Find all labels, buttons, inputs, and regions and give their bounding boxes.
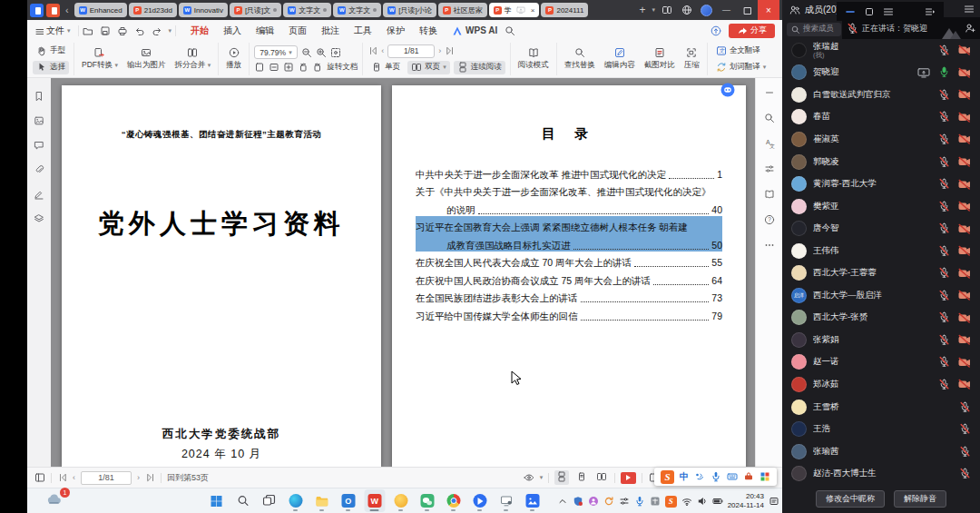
document-tab-7[interactable]: P社区居家 bbox=[438, 3, 487, 17]
sogou-icon[interactable]: S bbox=[661, 470, 674, 484]
view-double-icon[interactable] bbox=[594, 470, 609, 485]
first-page-button[interactable] bbox=[368, 45, 377, 56]
status-prev-page-button[interactable]: ‹ bbox=[73, 473, 75, 482]
read-mode-button[interactable]: 阅读模式 bbox=[515, 47, 552, 71]
meeting-restore-icon[interactable] bbox=[864, 6, 875, 17]
docer-icon[interactable] bbox=[46, 4, 60, 17]
ime-symbol-icon[interactable] bbox=[694, 471, 705, 482]
document-tab-3[interactable]: P[只读]文 bbox=[230, 3, 281, 17]
account-avatar[interactable] bbox=[698, 3, 715, 18]
zoom-value-dropdown[interactable]: 79.79%▾ bbox=[254, 45, 297, 59]
battery-icon[interactable] bbox=[712, 496, 723, 507]
eye-protect-icon[interactable] bbox=[524, 472, 534, 483]
pdf-convert-button[interactable]: PDF转换 ▾ bbox=[79, 47, 121, 71]
add-member-icon[interactable] bbox=[965, 23, 975, 34]
taskbar-app-capture[interactable] bbox=[495, 489, 516, 512]
member-row[interactable]: 黄润蓉-西北大学 bbox=[782, 173, 980, 195]
member-row[interactable]: 王浩 bbox=[782, 418, 980, 440]
change-nickname-button[interactable]: 修改会中昵称 bbox=[816, 490, 885, 508]
member-row[interactable]: 西北大学-张赟 bbox=[782, 307, 980, 330]
tab-close-icon[interactable]: × bbox=[530, 6, 535, 15]
ime-keyboard-icon[interactable] bbox=[727, 471, 738, 482]
member-row[interactable]: 张瑞超(我) bbox=[782, 39, 980, 62]
document-tab-5[interactable]: W文字文 bbox=[333, 3, 381, 17]
taskbar-app-app-yellow[interactable] bbox=[390, 489, 411, 512]
defender-icon[interactable] bbox=[573, 496, 583, 507]
thumbnail-icon[interactable] bbox=[34, 115, 44, 126]
taskbar-app-wps[interactable]: W bbox=[364, 489, 385, 512]
taskbar-app-taskview[interactable] bbox=[259, 489, 279, 512]
compress-button[interactable]: 压缩 bbox=[681, 47, 702, 71]
signature-icon[interactable] bbox=[34, 189, 44, 200]
taskbar-app-outlook[interactable]: O bbox=[338, 489, 358, 512]
member-row[interactable]: 春苗 bbox=[782, 106, 980, 129]
wps-home-icon[interactable] bbox=[30, 4, 44, 17]
unmute-button[interactable]: 解除静音 bbox=[894, 490, 946, 508]
select-tool-button[interactable]: 选择 bbox=[33, 61, 69, 74]
menu-item-批注[interactable]: 批注 bbox=[314, 25, 347, 37]
document-tab-2[interactable]: WInnovativ bbox=[179, 3, 228, 17]
document-tab-4[interactable]: W文字文 bbox=[283, 3, 331, 17]
document-tab-0[interactable]: WEnhanced bbox=[74, 3, 127, 17]
export-image-button[interactable]: 输出为图片 bbox=[124, 47, 169, 71]
member-search-input[interactable]: 搜索成员 bbox=[787, 23, 841, 36]
member-row[interactable]: 赵一诺 bbox=[782, 351, 980, 374]
next-page-button[interactable]: › bbox=[438, 46, 441, 55]
file-menu[interactable]: 文件▾ bbox=[34, 25, 71, 37]
menu-item-转换[interactable]: 转换 bbox=[412, 25, 445, 37]
member-row[interactable]: 唐今智 bbox=[782, 217, 980, 240]
tab-back-button[interactable]: ‹ bbox=[63, 5, 72, 15]
member-row[interactable]: 启洋西北大学—殷启洋 bbox=[782, 284, 980, 307]
panel-collapse-icon[interactable] bbox=[925, 6, 936, 17]
menu-item-开始[interactable]: 开始 bbox=[183, 25, 216, 37]
member-row[interactable]: 张紫娟 bbox=[782, 329, 980, 351]
menu-item-插入[interactable]: 插入 bbox=[216, 25, 249, 37]
full-translate-button[interactable]: 文全文翻译 bbox=[712, 44, 770, 58]
search-icon[interactable] bbox=[764, 113, 775, 123]
menu-item-工具[interactable]: 工具 bbox=[347, 25, 379, 37]
settings-icon[interactable] bbox=[764, 163, 775, 174]
cloud-sync-tray-icon[interactable]: 1 bbox=[45, 491, 67, 511]
reading-icon[interactable] bbox=[764, 189, 775, 200]
document-tab-9[interactable]: P2024111 bbox=[541, 3, 588, 17]
status-first-page-button[interactable] bbox=[57, 472, 67, 483]
double-page-button[interactable]: 双页▾ bbox=[407, 61, 450, 74]
last-page-button[interactable] bbox=[445, 45, 455, 56]
save-icon[interactable] bbox=[100, 25, 111, 36]
undo-icon[interactable] bbox=[134, 25, 145, 36]
rotate-right-icon[interactable] bbox=[312, 62, 323, 73]
page-number-input[interactable]: 1/81 bbox=[387, 44, 435, 58]
share-button[interactable]: 分享 bbox=[729, 24, 775, 38]
wps-ai-float-button[interactable] bbox=[720, 83, 735, 97]
upload-cloud-icon[interactable] bbox=[710, 25, 721, 36]
rotate-left-icon[interactable] bbox=[298, 62, 309, 73]
status-last-page-button[interactable] bbox=[145, 472, 155, 483]
tab-list-caret[interactable]: ▾ bbox=[652, 6, 655, 14]
member-row[interactable]: 崔淑英 bbox=[782, 128, 980, 151]
member-row[interactable]: 郑冰茹 bbox=[782, 373, 980, 396]
member-row[interactable]: 王雪桥 bbox=[782, 396, 980, 419]
stamp-icon[interactable] bbox=[34, 213, 44, 224]
attachment-icon[interactable] bbox=[34, 164, 44, 175]
help-icon[interactable]: ? bbox=[764, 214, 775, 225]
globe-icon[interactable] bbox=[678, 3, 695, 18]
tray-expand-icon[interactable] bbox=[557, 496, 568, 507]
taskbar-app-edge[interactable] bbox=[285, 489, 306, 512]
hand-tool-button[interactable]: 手型 bbox=[33, 44, 69, 58]
split-merge-button[interactable]: 拆分合并 ▾ bbox=[172, 47, 213, 71]
redo-icon[interactable] bbox=[152, 25, 162, 36]
screenshot-compare-button[interactable]: 截图对比 bbox=[642, 47, 678, 71]
quick-access-caret[interactable]: ▾ bbox=[169, 27, 172, 35]
zoom-out-icon[interactable] bbox=[301, 47, 312, 58]
window-maximize-button[interactable] bbox=[738, 3, 755, 18]
taskbar-app-wechat[interactable] bbox=[416, 489, 437, 512]
ime-mode-toggle[interactable]: 中 bbox=[680, 470, 689, 483]
sync-icon[interactable] bbox=[603, 496, 614, 507]
fullscreen-play-button[interactable] bbox=[621, 472, 636, 484]
zoom-in-icon[interactable] bbox=[316, 47, 327, 58]
panel-menu-icon[interactable] bbox=[964, 4, 975, 16]
window-close-button[interactable]: × bbox=[758, 0, 779, 20]
member-row[interactable]: 西北大学-王蓉蓉 bbox=[782, 261, 980, 284]
document-tab-8[interactable]: P学× bbox=[489, 3, 540, 17]
word-translate-button[interactable]: 划词翻译▾ bbox=[712, 61, 770, 74]
